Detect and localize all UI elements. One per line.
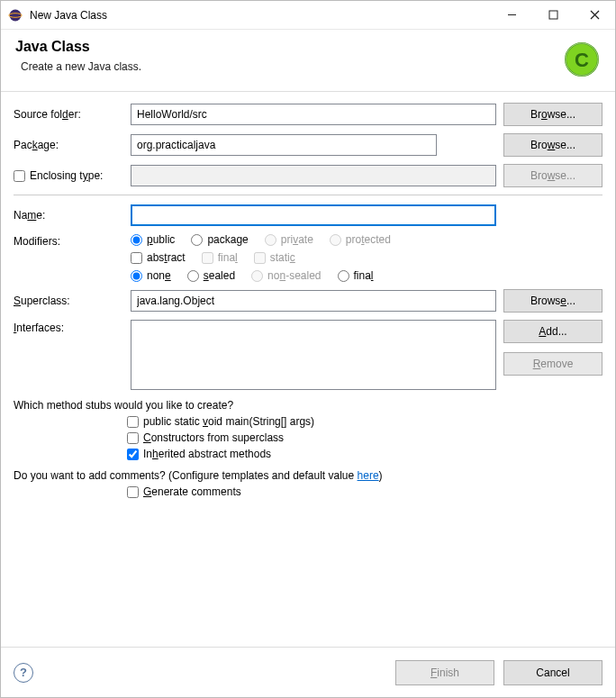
- minimize-button[interactable]: [491, 1, 532, 29]
- name-label: Name:: [14, 209, 123, 222]
- banner-subtitle: Create a new Java class.: [15, 60, 552, 73]
- stub-inherited-check[interactable]: Inherited abstract methods: [127, 448, 602, 460]
- modifier-protected-radio: protected: [330, 233, 391, 246]
- generate-comments-check[interactable]: Generate comments: [127, 485, 602, 498]
- superclass-browse-button[interactable]: Browse...: [503, 289, 602, 313]
- separator: [14, 195, 602, 195]
- comments-question: Do you want to add comments? (Configure …: [14, 469, 602, 482]
- maximize-button[interactable]: [532, 1, 574, 29]
- interfaces-add-button[interactable]: Add...: [503, 320, 602, 343]
- seal-none-radio[interactable]: none: [131, 269, 171, 282]
- package-label: Package:: [14, 139, 123, 151]
- modifier-public-radio[interactable]: public: [131, 233, 175, 246]
- interfaces-remove-button: Remove: [503, 352, 602, 376]
- svg-point-0: [10, 9, 22, 21]
- interfaces-list[interactable]: [131, 320, 496, 390]
- modifier-private-radio: private: [265, 233, 313, 246]
- modifier-package-radio[interactable]: package: [191, 233, 248, 246]
- modifier-abstract-check[interactable]: abstract: [131, 251, 186, 264]
- source-folder-browse-button[interactable]: Browse...: [503, 103, 602, 126]
- enclosing-type-input: [131, 165, 496, 186]
- modifier-final-check: final: [202, 251, 238, 264]
- interfaces-label: Interfaces:: [14, 320, 123, 334]
- window-title: New Java Class: [30, 9, 491, 22]
- configure-templates-link[interactable]: here: [358, 469, 379, 482]
- footer: ? Finish Cancel: [1, 647, 615, 697]
- package-input[interactable]: [131, 134, 437, 156]
- eclipse-icon: [8, 8, 23, 23]
- close-button[interactable]: [574, 1, 615, 29]
- source-folder-label: Source folder:: [14, 108, 123, 121]
- enclosing-type-checkbox[interactable]: Enclosing type:: [14, 169, 123, 182]
- enclosing-type-browse-button: Browse...: [503, 164, 602, 187]
- form-body: Source folder: Browse... Package: Browse…: [1, 92, 615, 647]
- superclass-input[interactable]: [131, 290, 496, 312]
- finish-button: Finish: [395, 660, 494, 685]
- modifiers-label: Modifiers:: [14, 233, 123, 248]
- superclass-label: Superclass:: [14, 295, 123, 307]
- class-wizard-icon: C: [563, 41, 601, 78]
- header-banner: Java Class Create a new Java class. C: [1, 30, 615, 92]
- banner-heading: Java Class: [15, 39, 552, 55]
- cancel-button[interactable]: Cancel: [503, 660, 602, 685]
- svg-text:C: C: [575, 49, 589, 71]
- seal-nonsealed-radio: non-sealed: [251, 269, 321, 282]
- help-icon[interactable]: ?: [14, 663, 33, 683]
- modifier-static-check: static: [254, 251, 295, 264]
- stub-constructors-check[interactable]: Constructors from superclass: [127, 431, 602, 444]
- stub-main-check[interactable]: public static void main(String[] args): [127, 415, 602, 428]
- svg-rect-3: [549, 11, 557, 19]
- package-browse-button[interactable]: Browse...: [503, 133, 602, 157]
- seal-final-radio[interactable]: final: [338, 269, 374, 282]
- name-input[interactable]: [131, 204, 496, 226]
- seal-sealed-radio[interactable]: sealed: [187, 269, 235, 282]
- title-bar: New Java Class: [1, 1, 615, 30]
- source-folder-input[interactable]: [131, 104, 496, 125]
- stubs-question: Which method stubs would you like to cre…: [14, 399, 602, 412]
